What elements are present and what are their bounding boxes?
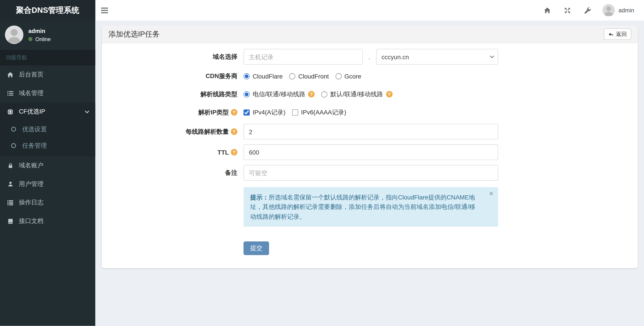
sidebar-item-api-docs[interactable]: 接口文档 [0,212,95,230]
radio-input[interactable] [244,73,250,79]
host-record-input[interactable] [244,49,363,65]
reply-arrow-icon [608,31,614,37]
sidebar-user-panel: admin Online [0,21,95,50]
book-icon [6,218,15,224]
fullscreen-button[interactable] [557,0,578,21]
form-row-ip-type: 解析IP类型 ? IPv4(A记录) IPv6(AAAA记录) [108,106,632,119]
sidebar-item-preferred-settings[interactable]: 优选设置 [0,121,95,137]
help-icon[interactable]: ? [231,149,237,155]
radio-default-lines[interactable]: 默认/联通/移动线路 ? [321,90,392,98]
help-icon[interactable]: ? [386,91,392,97]
remark-field [244,165,498,181]
radio-cloudflare[interactable]: CloudFlare [244,73,283,80]
log-list-icon [6,199,15,206]
user-silhouette-icon [5,26,24,44]
content-area: 添加优选IP任务 返回 域名选择 [95,21,644,268]
checkbox-input[interactable] [292,109,298,115]
tip-prefix: 提示： [250,194,269,201]
checkbox-ipv6[interactable]: IPv6(AAAA记录) [292,108,346,116]
checkbox-ipv4[interactable]: IPv4(A记录) [244,108,286,116]
settings-button[interactable] [578,0,598,21]
ip-type-field: IPv4(A记录) IPv6(AAAA记录) [244,108,498,116]
add-task-panel: 添加优选IP任务 返回 域名选择 [102,26,638,268]
sidebar-toggle-button[interactable] [100,5,109,16]
navbar-username: admin [618,7,634,14]
sidebar-item-task-management[interactable]: 任务管理 [0,137,95,154]
checkbox-input[interactable] [244,109,250,115]
app-root: 聚合DNS管理系统 admin Online 功能导航 [0,0,644,326]
help-icon[interactable]: ? [231,109,237,115]
cdn-label: CDN服务商 [108,72,244,80]
domain-select[interactable]: cccyun.cn [376,49,498,65]
circle-o-icon [9,143,18,148]
avatar [5,26,24,44]
avatar [602,4,615,16]
sidebar-menu: 后台首页 域名管理 [0,66,95,230]
form-row-cdn: CDN服务商 CloudFlare CloudFront [108,70,632,83]
home-button[interactable] [537,0,557,21]
sidebar-item-users[interactable]: 用户管理 [0,175,95,193]
sidebar-item-label: 用户管理 [19,180,44,188]
panel-header: 添加优选IP任务 返回 [102,26,638,43]
lock-icon [6,162,15,169]
sidebar-submenu: 优选设置 任务管理 [0,121,95,156]
radio-input[interactable] [321,91,328,97]
radio-gcore[interactable]: Gcore [335,73,361,80]
line-type-field: 电信/联通/移动线路 ? 默认/联通/移动线路 ? [244,90,498,98]
list-icon [6,90,15,96]
ttl-field [244,144,498,160]
online-dot-icon [28,37,32,41]
form-row-line-type: 解析线路类型 电信/联通/移动线路 ? 默认/联通/移动线路 [108,88,632,101]
hamburger-icon [101,7,108,14]
main-area: admin 添加优选IP任务 返回 [95,0,644,268]
arrows-expand-icon [564,7,571,14]
home-icon [6,71,15,78]
submit-button[interactable]: 提交 [244,241,269,255]
close-icon[interactable]: × [489,190,493,197]
domain-label: 域名选择 [108,53,244,61]
sidebar-item-label: 后台首页 [19,71,44,79]
user-silhouette-icon [602,4,615,16]
radio-input[interactable] [290,73,296,79]
navbar-right: admin [537,0,638,21]
sidebar-item-domains[interactable]: 域名管理 [0,84,95,103]
wrench-icon [584,7,591,14]
back-button[interactable]: 返回 [604,29,631,40]
page-title: 添加优选IP任务 [108,29,160,39]
form-row-ttl: TTL ? [108,144,632,160]
brand-title: 聚合DNS管理系统 [0,0,95,21]
form-row-remark: 备注 [108,165,632,181]
tip-alert: 提示：所选域名需保留一个默认线路的解析记录，指向CloudFlare提供的CNA… [244,187,498,227]
tip-text: 所选域名需保留一个默认线路的解析记录，指向CloudFlare提供的CNAME地… [250,194,475,220]
form-row-per-line-count: 每线路解析数量 ? [108,124,632,139]
form-row-domain: 域名选择 . cccyun.cn [108,49,632,65]
sidebar-item-logs[interactable]: 操作日志 [0,193,95,212]
radio-input[interactable] [335,73,342,79]
chevron-down-icon [85,109,90,114]
per-line-count-label: 每线路解析数量 ? [108,128,244,135]
home-icon [544,7,550,14]
domain-separator: . [363,53,376,60]
sidebar-item-label: CF优选IP [19,108,45,115]
sidebar-item-cf-ip-link[interactable]: CF优选IP [0,103,95,121]
per-line-count-input[interactable] [244,124,498,139]
sidebar-item-label: 任务管理 [22,142,47,150]
cdn-field: CloudFlare CloudFront Gcore [244,73,498,80]
help-icon[interactable]: ? [231,128,237,135]
ip-type-label: 解析IP类型 ? [108,108,244,116]
ttl-input[interactable] [244,144,498,160]
sidebar-item-label: 操作日志 [19,199,44,207]
globe-icon [6,108,15,115]
navbar-user-menu[interactable]: admin [598,4,638,16]
radio-isp-lines[interactable]: 电信/联通/移动线路 ? [244,90,315,98]
radio-input[interactable] [244,91,250,97]
sidebar-item-dashboard[interactable]: 后台首页 [0,66,95,84]
line-type-label: 解析线路类型 [108,90,244,98]
per-line-count-field [244,124,498,139]
help-icon[interactable]: ? [308,91,315,97]
sidebar-section-header: 功能导航 [0,50,95,66]
radio-cloudfront[interactable]: CloudFront [290,73,329,80]
remark-input[interactable] [244,165,498,181]
user-icon [6,181,15,187]
sidebar-item-domain-accounts[interactable]: 域名账户 [0,156,95,175]
